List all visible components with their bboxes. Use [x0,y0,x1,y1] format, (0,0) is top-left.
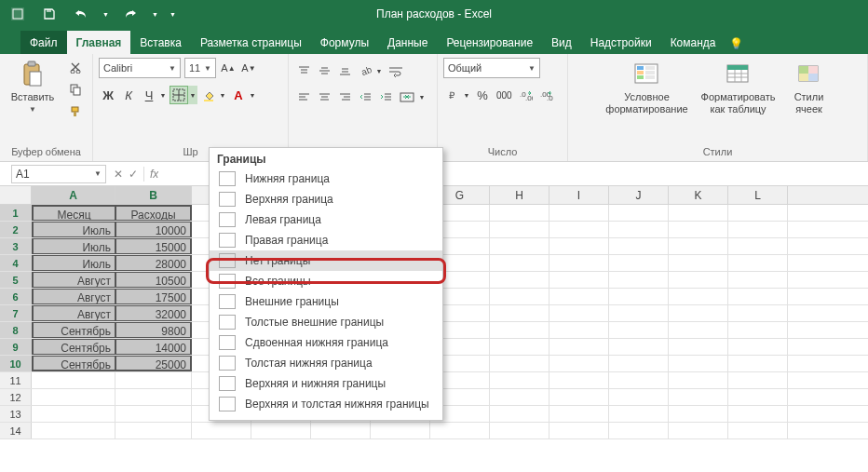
cell[interactable] [609,322,669,338]
cell[interactable] [490,289,549,304]
cell[interactable] [490,406,549,422]
cell[interactable]: Август [32,272,115,288]
row-header[interactable]: 5 [0,272,32,288]
row-header[interactable]: 11 [0,372,32,388]
borders-menu-item[interactable]: Левая граница [210,209,442,230]
orientation-icon[interactable]: ab [356,61,374,80]
row-header[interactable]: 1 [0,205,32,221]
cell[interactable] [669,356,728,371]
cell[interactable] [609,389,669,405]
align-left-icon[interactable] [294,88,313,106]
cell[interactable] [609,305,669,321]
cell[interactable] [549,339,609,355]
col-header-J[interactable]: J [609,186,669,204]
cell[interactable] [669,222,728,237]
borders-menu-item[interactable]: Нижняя граница [210,169,442,189]
cell[interactable] [728,372,788,388]
cell[interactable] [549,372,609,388]
cell[interactable] [609,289,669,304]
merge-dropdown-icon[interactable]: ▼ [417,88,427,106]
cell[interactable]: Расходы [115,205,192,221]
tab-review[interactable]: Рецензирование [437,31,542,54]
row-header[interactable]: 6 [0,289,32,304]
cell[interactable] [549,356,609,371]
name-box[interactable]: A1▼ [11,165,106,183]
underline-dropdown-icon[interactable]: ▼ [158,86,168,104]
font-color-button[interactable]: А [229,86,248,104]
format-painter-icon[interactable] [65,102,86,121]
redo-dropdown-icon[interactable]: ▼ [152,11,158,18]
cell[interactable] [549,423,609,438]
borders-menu-item[interactable]: Все границы [210,271,442,291]
decrease-font-icon[interactable]: A▼ [240,59,257,77]
align-top-icon[interactable] [294,61,313,80]
cell[interactable] [669,423,728,438]
conditional-formatting-button[interactable]: Условное форматирование [601,58,694,116]
decrease-decimal-icon[interactable]: .00.0 [537,86,556,104]
increase-decimal-icon[interactable]: .0.00 [517,86,536,104]
borders-dropdown-icon[interactable]: ▼ [188,86,197,104]
fill-color-button[interactable] [199,86,218,104]
cell[interactable]: 14000 [115,339,192,355]
tab-insert[interactable]: Вставка [130,31,191,54]
redo-icon[interactable] [120,4,141,24]
borders-menu-item[interactable]: Толстая нижняя граница [210,353,442,373]
cell[interactable] [728,406,788,422]
row-header[interactable]: 3 [0,238,32,254]
align-middle-icon[interactable] [315,61,333,80]
cell[interactable]: Июль [32,255,115,271]
cell[interactable] [490,305,549,321]
cell[interactable] [549,205,609,221]
cell[interactable] [549,305,609,321]
cut-icon[interactable] [65,58,86,76]
cell[interactable] [490,389,549,405]
cell[interactable] [490,356,549,371]
select-all-corner[interactable] [0,186,32,204]
copy-icon[interactable] [65,80,86,99]
cell[interactable]: 15000 [115,238,192,254]
borders-menu-item[interactable]: Сдвоенная нижняя граница [210,332,442,353]
cell[interactable] [728,255,788,271]
cancel-icon[interactable]: ✕ [114,168,123,181]
cell[interactable] [311,423,371,438]
cell[interactable] [728,356,788,371]
cell[interactable]: Сентябрь [32,339,115,355]
cell[interactable] [728,205,788,221]
cell[interactable]: Июль [32,238,115,254]
cell[interactable] [490,272,549,288]
align-right-icon[interactable] [335,88,354,106]
col-header-K[interactable]: K [669,186,728,204]
cell[interactable] [728,423,788,438]
cell[interactable] [669,272,728,288]
orientation-dropdown-icon[interactable]: ▼ [374,61,384,80]
borders-button[interactable] [170,86,188,104]
tell-me-icon[interactable]: 💡 [726,37,748,54]
number-format-select[interactable]: Общий▼ [443,58,540,78]
cell[interactable] [609,272,669,288]
cell[interactable] [669,339,728,355]
cell[interactable] [430,423,490,438]
cell[interactable] [728,389,788,405]
cell[interactable]: Июль [32,222,115,237]
cell[interactable]: 32000 [115,305,192,321]
accounting-format-icon[interactable]: ₽ [443,86,462,104]
borders-menu-item[interactable]: Толстые внешние границы [210,312,442,332]
col-header-A[interactable]: A [32,186,115,204]
borders-menu-item[interactable]: Верхняя и толстая нижняя границы [210,394,442,414]
fx-icon[interactable]: fx [150,168,158,181]
cell[interactable] [669,205,728,221]
tab-data[interactable]: Данные [378,31,437,54]
cell[interactable] [728,305,788,321]
save-icon[interactable] [39,4,60,24]
cell[interactable] [251,423,311,438]
cell[interactable]: 25000 [115,356,192,371]
col-header-H[interactable]: H [490,186,549,204]
row-header[interactable]: 8 [0,322,32,338]
cell[interactable] [728,238,788,254]
cell[interactable] [669,322,728,338]
cell[interactable] [669,406,728,422]
cell[interactable] [669,289,728,304]
cell[interactable] [115,372,192,388]
undo-dropdown-icon[interactable]: ▼ [102,11,109,18]
cell[interactable]: 10000 [115,222,192,237]
